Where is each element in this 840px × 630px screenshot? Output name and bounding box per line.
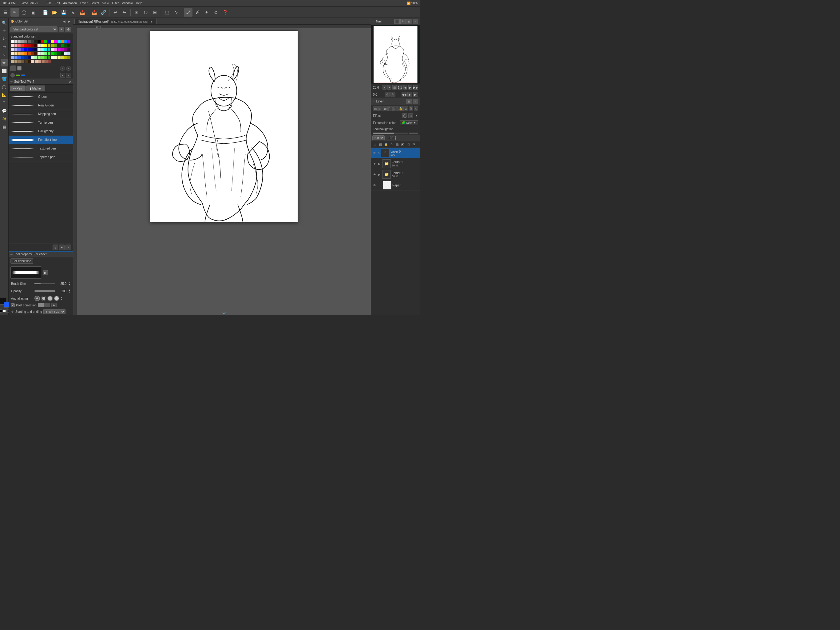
swatch-lb4[interactable]: [14, 56, 17, 59]
toolbar-export-btn[interactable]: 📤: [78, 8, 87, 17]
swatch-g3[interactable]: [64, 44, 67, 47]
swatch-red[interactable]: [41, 40, 44, 43]
swatch-skin10[interactable]: [41, 60, 44, 63]
nav-end[interactable]: ▶|: [413, 92, 418, 97]
color-set-next-btn[interactable]: ▶: [67, 20, 71, 23]
swatch-lb8[interactable]: [28, 56, 31, 59]
zoom-nav-play[interactable]: ▶▶: [413, 85, 418, 90]
folder1-expand[interactable]: ▶: [377, 162, 381, 166]
swatch-lb6[interactable]: [21, 56, 24, 59]
effect-expand-btn[interactable]: ▼: [414, 114, 418, 117]
tool-zoom[interactable]: 🔍: [1, 19, 8, 27]
aa-option-2[interactable]: [41, 296, 46, 301]
swatch-ly1[interactable]: [51, 56, 54, 59]
layer-new-raster-btn[interactable]: ▭: [373, 106, 377, 111]
swatch-skin5[interactable]: [25, 60, 28, 63]
marker-tab[interactable]: ▮ Marker: [26, 85, 45, 91]
swatch-darkgray[interactable]: [28, 40, 31, 43]
tool-pen[interactable]: ✏: [1, 59, 8, 66]
swatch-mg3[interactable]: [38, 56, 41, 59]
color-set-prev-btn[interactable]: ◀: [62, 20, 66, 23]
angle-cw-btn[interactable]: ↻: [390, 92, 395, 97]
swatch-lg7[interactable]: [57, 52, 61, 55]
canvas-viewport[interactable]: ⚓: [77, 28, 371, 315]
swatch-lightgray2[interactable]: [18, 40, 21, 43]
swatch-r2[interactable]: [14, 44, 17, 47]
color-edit-btn[interactable]: ✎: [60, 66, 65, 71]
layer-alpha-lock-btn[interactable]: α: [403, 106, 408, 111]
pen-item-turnip[interactable]: Turnip pen: [9, 119, 73, 127]
swatch-c4[interactable]: [47, 48, 51, 51]
pen-list-add-btn[interactable]: +: [59, 245, 65, 250]
swatch-o1[interactable]: [11, 52, 14, 55]
swatch-m6[interactable]: [67, 48, 70, 51]
tool-rotate[interactable]: ↻: [1, 35, 8, 43]
menu-layer[interactable]: Layer: [79, 1, 89, 6]
layer-lock-btn[interactable]: 🔒: [398, 106, 403, 111]
color-circle-btn[interactable]: [11, 65, 16, 71]
pen-list-delete-btn[interactable]: ×: [65, 245, 71, 250]
swatch-skin2[interactable]: [14, 60, 17, 63]
swatch-mg1[interactable]: [31, 56, 34, 59]
swatch-skin11[interactable]: [45, 60, 48, 63]
layer-merge-btn[interactable]: ⊞: [406, 99, 412, 104]
color-pick-btn[interactable]: ▼: [60, 73, 65, 78]
toolbar-undo-btn[interactable]: ↩: [111, 8, 120, 17]
nav-play-next[interactable]: ▶: [407, 92, 412, 97]
swatch-white[interactable]: [11, 40, 14, 43]
effect-grid-btn[interactable]: ⊞: [408, 113, 413, 118]
toolbar-fill-btn[interactable]: ▣: [29, 8, 38, 17]
menu-file[interactable]: File: [46, 1, 53, 6]
layer-clip-btn[interactable]: ⧉: [409, 106, 413, 111]
layer-tool-2[interactable]: ▤: [378, 142, 383, 147]
brush-preview-next-btn[interactable]: ▶: [43, 270, 48, 275]
tool-ruler[interactable]: 📐: [1, 91, 8, 98]
pen-list-import-btn[interactable]: ↓: [52, 245, 58, 250]
brush-size-down[interactable]: ▼: [68, 283, 70, 286]
layer-delete-btn[interactable]: ×: [414, 106, 418, 111]
swatch-ly4[interactable]: [61, 56, 64, 59]
paper-vis-btn[interactable]: 👁: [373, 183, 377, 187]
swatch-r3[interactable]: [18, 44, 21, 47]
swatch-b6[interactable]: [28, 48, 31, 51]
aa-option-1[interactable]: [35, 296, 40, 301]
swatch-c1[interactable]: [38, 48, 41, 51]
zoom-100-btn[interactable]: 1:1: [398, 85, 403, 90]
swatch-lg2[interactable]: [41, 52, 44, 55]
swatch-y1[interactable]: [38, 44, 41, 47]
swatch-y5[interactable]: [51, 44, 54, 47]
pen-item-gpen[interactable]: G-pen: [9, 93, 73, 101]
toolbar-select-btn[interactable]: ⬚: [163, 8, 171, 17]
tool-select[interactable]: ▭: [1, 43, 8, 51]
white-swatch[interactable]: [3, 309, 6, 313]
swatch-b8[interactable]: [34, 48, 37, 51]
start-end-dropdown[interactable]: Brush Size: [43, 309, 65, 314]
layer-new-vector-btn[interactable]: ◇: [378, 106, 383, 111]
tool-lasso[interactable]: ∿: [1, 51, 8, 59]
pen-item-effect[interactable]: For effect line: [9, 136, 73, 144]
swatch-c2[interactable]: [41, 48, 44, 51]
swatch-lb2[interactable]: [67, 52, 70, 55]
layer-rule-btn[interactable]: ⬚: [393, 106, 398, 111]
swatch-r4[interactable]: [21, 44, 24, 47]
swatch-skin6[interactable]: [28, 60, 31, 63]
swatch-lb7[interactable]: [24, 56, 27, 59]
swatch-skin1[interactable]: [11, 60, 14, 63]
swatch-b5[interactable]: [24, 48, 27, 51]
toolbar-new-btn[interactable]: 📄: [41, 8, 49, 17]
tool-text[interactable]: T: [1, 99, 8, 106]
layer5-vis-btn[interactable]: 👁: [373, 151, 377, 155]
swatch-lg3[interactable]: [44, 52, 47, 55]
layer-item-folder1[interactable]: 👁 ▶ 📁 Folder 1 50 %: [371, 158, 420, 169]
pen-item-textured[interactable]: Textured pen: [9, 144, 73, 153]
tool-fill[interactable]: 🪣: [1, 75, 8, 82]
color-delete-btn[interactable]: ×: [66, 66, 71, 71]
black-swatch[interactable]: [0, 309, 2, 313]
layer-tool-5[interactable]: ▤: [395, 142, 399, 147]
swatch-o5[interactable]: [24, 52, 27, 55]
swatch-mg5[interactable]: [44, 56, 47, 59]
tool-effect[interactable]: ✨: [1, 115, 8, 122]
post-correction-expand-btn[interactable]: ▶: [51, 303, 57, 307]
swatch-o7[interactable]: [31, 52, 34, 55]
swatch-cyan[interactable]: [57, 40, 61, 43]
